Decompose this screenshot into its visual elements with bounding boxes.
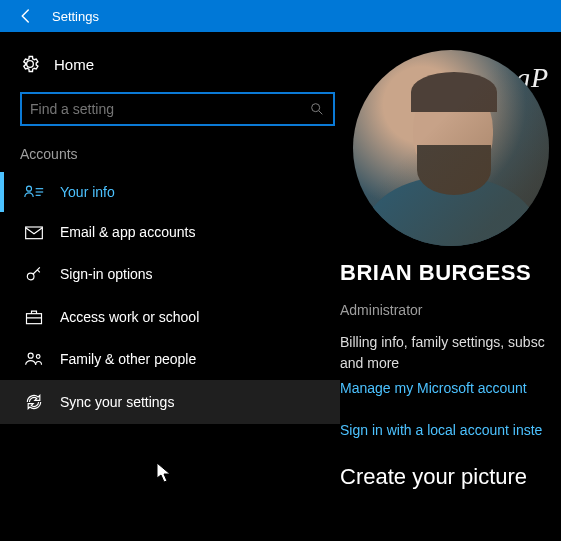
sidebar-section-label: Accounts	[0, 140, 340, 172]
briefcase-icon	[24, 308, 44, 326]
window-title: Settings	[52, 9, 99, 24]
sidebar-item-label: Your info	[60, 184, 115, 200]
search-icon	[309, 101, 325, 117]
home-label: Home	[54, 56, 94, 73]
user-role: Administrator	[340, 302, 561, 318]
local-account-link[interactable]: Sign in with a local account inste	[340, 422, 561, 438]
svg-point-9	[28, 353, 33, 358]
user-name: BRIAN BURGESS	[340, 260, 561, 286]
svg-point-0	[312, 104, 320, 112]
sidebar-item-your-info[interactable]: Your info	[0, 172, 340, 212]
gear-icon	[20, 54, 40, 74]
main-panel: gP BRIAN BURGESS Administrator Billing i…	[340, 32, 561, 541]
sidebar: Home Accounts Your info Email & app acco…	[0, 32, 340, 541]
key-icon	[24, 264, 44, 284]
search-input[interactable]	[20, 92, 335, 126]
sidebar-item-signin-options[interactable]: Sign-in options	[0, 252, 340, 296]
home-link[interactable]: Home	[0, 46, 340, 86]
sidebar-item-family[interactable]: Family & other people	[0, 338, 340, 380]
content: Home Accounts Your info Email & app acco…	[0, 32, 561, 541]
sidebar-item-label: Sign-in options	[60, 266, 153, 282]
svg-point-10	[36, 355, 40, 359]
titlebar: Settings	[0, 0, 561, 32]
manage-account-link[interactable]: Manage my Microsoft account	[340, 380, 561, 396]
back-button[interactable]	[8, 0, 44, 32]
picture-heading: Create your picture	[340, 464, 561, 490]
mail-icon	[24, 224, 44, 240]
svg-point-2	[27, 186, 32, 191]
user-description: Billing info, family settings, subsc and…	[340, 332, 561, 374]
avatar	[353, 50, 549, 246]
sidebar-item-label: Access work or school	[60, 309, 199, 325]
person-badge-icon	[24, 184, 44, 200]
sidebar-item-sync[interactable]: Sync your settings	[0, 380, 340, 424]
sidebar-item-label: Email & app accounts	[60, 224, 195, 240]
svg-point-7	[27, 273, 34, 280]
sidebar-item-label: Family & other people	[60, 351, 196, 367]
svg-line-1	[319, 111, 322, 114]
search-wrap	[0, 86, 340, 140]
sidebar-item-email-accounts[interactable]: Email & app accounts	[0, 212, 340, 252]
search-field[interactable]	[30, 101, 309, 117]
sync-icon	[24, 392, 44, 412]
svg-rect-6	[26, 227, 43, 239]
arrow-left-icon	[17, 7, 35, 25]
sidebar-item-label: Sync your settings	[60, 394, 174, 410]
svg-rect-8	[27, 314, 42, 324]
sidebar-item-work-school[interactable]: Access work or school	[0, 296, 340, 338]
people-icon	[24, 350, 44, 368]
